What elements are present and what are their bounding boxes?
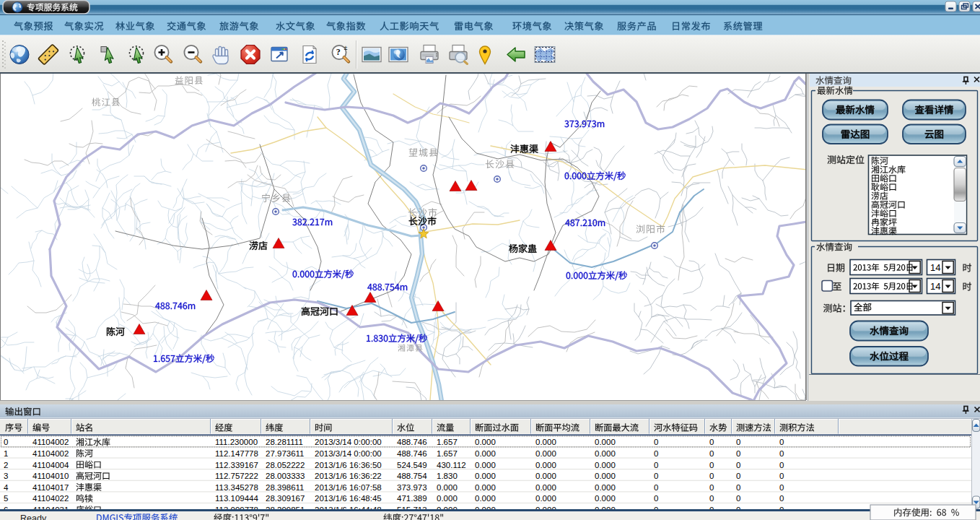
svg-text:0: 0 bbox=[736, 461, 740, 469]
svg-text:28.052222: 28.052222 bbox=[266, 461, 305, 469]
svg-text:0: 0 bbox=[654, 494, 658, 503]
svg-text:0: 0 bbox=[709, 472, 714, 480]
svg-text:0.000: 0.000 bbox=[595, 472, 616, 480]
svg-text:41104002: 41104002 bbox=[32, 438, 69, 446]
svg-text:0: 0 bbox=[654, 449, 658, 458]
svg-text:Ready: Ready bbox=[20, 514, 47, 520]
svg-text:111.230000: 111.230000 bbox=[215, 438, 258, 446]
svg-text:0.000: 0.000 bbox=[595, 494, 616, 503]
svg-text:2013/1/6 16:36:50: 2013/1/6 16:36:50 bbox=[315, 461, 382, 469]
svg-text:0: 0 bbox=[779, 494, 784, 503]
svg-text:1.657: 1.657 bbox=[437, 449, 458, 458]
svg-text:488.746: 488.746 bbox=[397, 438, 427, 446]
svg-text:±: ± bbox=[344, 44, 348, 51]
svg-text:0: 0 bbox=[709, 494, 714, 503]
svg-text:28.398611: 28.398611 bbox=[266, 483, 305, 492]
svg-text:5: 5 bbox=[4, 494, 8, 503]
svg-text:0: 0 bbox=[736, 449, 740, 458]
svg-text:1.657: 1.657 bbox=[437, 438, 458, 446]
svg-text:0.000: 0.000 bbox=[475, 472, 496, 480]
svg-text:0: 0 bbox=[736, 472, 740, 480]
svg-text:0.000: 0.000 bbox=[595, 438, 616, 446]
svg-text:0.000: 0.000 bbox=[475, 461, 496, 469]
svg-text:0.000: 0.000 bbox=[535, 483, 556, 492]
svg-text:41104017: 41104017 bbox=[32, 483, 69, 492]
svg-text:28.281111: 28.281111 bbox=[266, 438, 303, 446]
svg-text:0.000: 0.000 bbox=[437, 494, 458, 503]
svg-text:0: 0 bbox=[779, 461, 784, 469]
svg-text:0: 0 bbox=[654, 438, 658, 446]
svg-text:0.000: 0.000 bbox=[535, 449, 556, 458]
svg-text:0.000: 0.000 bbox=[475, 494, 496, 503]
svg-text:113.109444: 113.109444 bbox=[215, 494, 259, 503]
svg-text:3: 3 bbox=[4, 472, 8, 480]
svg-text:0: 0 bbox=[654, 483, 658, 492]
svg-text:2: 2 bbox=[4, 461, 8, 469]
svg-text:0.000: 0.000 bbox=[437, 483, 458, 492]
svg-text:0: 0 bbox=[4, 438, 8, 446]
svg-text:0: 0 bbox=[779, 438, 784, 446]
svg-text:14: 14 bbox=[930, 281, 940, 292]
svg-text:41104002: 41104002 bbox=[32, 449, 69, 458]
svg-text:0: 0 bbox=[779, 483, 784, 492]
svg-text:28.309167: 28.309167 bbox=[266, 494, 305, 503]
svg-text:2013/1/6 16:07:58: 2013/1/6 16:07:58 bbox=[315, 483, 382, 492]
svg-text:112.147778: 112.147778 bbox=[215, 449, 258, 458]
svg-text:2013/3/14 0:00:00: 2013/3/14 0:00:00 bbox=[315, 438, 382, 446]
svg-text:0.000: 0.000 bbox=[535, 461, 556, 469]
svg-text:41104004: 41104004 bbox=[32, 461, 69, 469]
svg-text:0.000: 0.000 bbox=[475, 483, 496, 492]
svg-text:373.973: 373.973 bbox=[397, 483, 427, 492]
svg-text:0: 0 bbox=[709, 438, 714, 446]
svg-text:113.345278: 113.345278 bbox=[215, 483, 258, 492]
svg-text:524.549: 524.549 bbox=[397, 461, 427, 469]
svg-text:28.003333: 28.003333 bbox=[266, 472, 305, 480]
svg-text:488.746: 488.746 bbox=[397, 449, 427, 458]
svg-text:41104010: 41104010 bbox=[32, 472, 69, 480]
svg-text:14: 14 bbox=[930, 262, 940, 273]
svg-text:?: ? bbox=[336, 47, 341, 57]
svg-text:488.754: 488.754 bbox=[397, 472, 427, 480]
svg-text:0: 0 bbox=[709, 449, 714, 458]
svg-text:0: 0 bbox=[654, 472, 658, 480]
svg-text:0: 0 bbox=[779, 449, 784, 458]
svg-text:2013/3/14 0:00:00: 2013/3/14 0:00:00 bbox=[315, 449, 382, 458]
svg-text:0.000: 0.000 bbox=[595, 461, 616, 469]
svg-text:0: 0 bbox=[736, 438, 740, 446]
svg-text:0.000: 0.000 bbox=[595, 449, 616, 458]
svg-text:2013/1/6 16:48:45: 2013/1/6 16:48:45 bbox=[315, 494, 382, 503]
svg-text:4: 4 bbox=[4, 483, 9, 492]
svg-text:0: 0 bbox=[654, 461, 658, 469]
svg-text:471.389: 471.389 bbox=[397, 494, 427, 503]
svg-text:1.830: 1.830 bbox=[437, 472, 458, 480]
svg-text:112.339167: 112.339167 bbox=[215, 461, 258, 469]
svg-text:0: 0 bbox=[779, 472, 784, 480]
svg-text:0: 0 bbox=[709, 483, 714, 492]
svg-text:0.000: 0.000 bbox=[535, 494, 556, 503]
svg-text:0.000: 0.000 bbox=[535, 472, 556, 480]
svg-text:0: 0 bbox=[736, 494, 740, 503]
svg-text:0.000: 0.000 bbox=[475, 449, 496, 458]
svg-text:430.112: 430.112 bbox=[437, 461, 466, 469]
svg-text:112.757222: 112.757222 bbox=[215, 472, 258, 480]
svg-text:0: 0 bbox=[736, 483, 740, 492]
svg-text:0.000: 0.000 bbox=[475, 438, 496, 446]
svg-text:2013/1/6 16:36:22: 2013/1/6 16:36:22 bbox=[315, 472, 382, 480]
svg-text:41104022: 41104022 bbox=[32, 494, 69, 503]
svg-text:1: 1 bbox=[4, 449, 8, 458]
svg-text:0: 0 bbox=[709, 461, 714, 469]
svg-text:27.973611: 27.973611 bbox=[266, 449, 305, 458]
svg-text:0.000: 0.000 bbox=[595, 483, 616, 492]
svg-text:0.000: 0.000 bbox=[535, 438, 556, 446]
